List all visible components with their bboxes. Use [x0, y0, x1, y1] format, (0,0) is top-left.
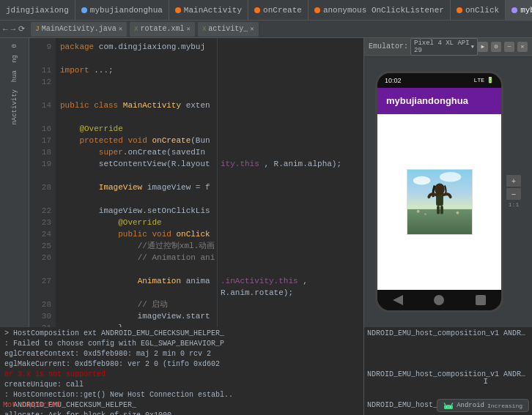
- sidebar-label-ng: ng: [10, 52, 20, 66]
- console-line: NDROID_EMU_host_composition_v1 ANDROID_E…: [367, 329, 529, 339]
- console-line: > HostComposition ext ANDROID_EMU_CHECKS…: [4, 329, 359, 339]
- not-supported-label: Mot supported: [3, 401, 60, 409]
- code-text: package com.dingjiaxiong.mybuj import ..…: [56, 38, 217, 327]
- file-tab-mainactivity[interactable]: J MainActivity.java ✕: [31, 22, 127, 37]
- console-line: eglCreateContext: 0xd5feb980: maj 2 min …: [4, 349, 359, 359]
- code-line: @Override: [60, 123, 213, 135]
- zoom-ratio-label: 1:1: [509, 201, 519, 208]
- code-line: imageView.setOnClickLis: [60, 205, 213, 217]
- back-button[interactable]: [393, 295, 403, 305]
- console-line: [367, 359, 529, 370]
- svg-point-9: [456, 211, 459, 214]
- tab-label: onCreate: [263, 6, 302, 15]
- minimize-icon[interactable]: ─: [504, 42, 514, 52]
- tab-oncreate[interactable]: onCreate: [248, 0, 309, 20]
- phone-status-bar: 10:02 LTE 🔋: [377, 73, 501, 88]
- file-tab-close-icon[interactable]: ✕: [119, 25, 122, 33]
- tab-label: mybujiandonghua: [90, 6, 163, 15]
- svg-point-1: [413, 176, 429, 184]
- code-line: [60, 263, 213, 275]
- svg-rect-6: [437, 205, 440, 214]
- forward-arrow-icon[interactable]: →: [11, 25, 16, 34]
- code-line: }: [60, 322, 213, 327]
- code-line: //通过控制xml.动画: [60, 240, 213, 252]
- emulator-toolbar: Emulator: Pixel 4 XL API 29 ▼ ▶ ⚙ ─ ✕: [364, 38, 532, 56]
- back-arrow-icon[interactable]: ←: [3, 25, 8, 34]
- file-tab-label: rotate.xml: [140, 25, 184, 33]
- zoom-in-button[interactable]: +: [506, 175, 521, 187]
- console-line-error: er 3.x is not supported: [4, 370, 359, 380]
- code-line: // Animation ani: [60, 252, 213, 263]
- signal-icon: LTE: [474, 77, 484, 83]
- file-tab-activity[interactable]: X activity_ ✕: [198, 22, 259, 37]
- code-line: [60, 76, 213, 88]
- code-line: // 启动: [60, 299, 213, 310]
- device-name-label: Pixel 4 XL API 29: [414, 40, 470, 54]
- zoom-controls: + − 1:1: [506, 175, 521, 208]
- code-lines-container: 9 11 12 14 16 17 18 19 28 22 23 24 25 26: [29, 38, 217, 327]
- emulator-device-selector[interactable]: Pixel 4 XL API 29 ▼: [410, 38, 478, 56]
- tab-label: MainActivity: [184, 6, 242, 15]
- recent-icon[interactable]: ⟳: [18, 24, 25, 34]
- tab-dot-icon: [254, 7, 260, 13]
- play-icon[interactable]: ▶: [478, 42, 488, 52]
- tab-mybujiandonghua-2[interactable]: mybujiandonghua ✕: [506, 0, 532, 20]
- phone-image-view[interactable]: [407, 169, 473, 235]
- tab-label: mybujiandonghua: [520, 6, 532, 15]
- tab-dot-icon: [175, 7, 181, 13]
- file-tab-label: MainActivity.java: [42, 25, 117, 33]
- code-line: @Override: [60, 217, 213, 228]
- close-icon[interactable]: ✕: [517, 42, 528, 52]
- console-line: [367, 339, 529, 349]
- svg-point-8: [416, 209, 419, 212]
- console-line: [367, 349, 529, 359]
- xml-icon: X: [202, 26, 206, 33]
- svg-point-16: [450, 406, 451, 407]
- tab-mainactivity[interactable]: MainActivity: [169, 0, 248, 20]
- svg-point-10: [424, 213, 426, 215]
- code-right-content: ity.this , R.anim.alpha); .inActivity.th…: [218, 38, 363, 302]
- svg-point-15: [446, 406, 447, 407]
- emulator-device-area: Emulator: Pixel 4 XL API 29 ▼: [369, 38, 478, 56]
- emulator-title-label: Emulator:: [369, 42, 408, 51]
- android-logo-icon: [443, 402, 454, 409]
- zoom-out-button[interactable]: −: [506, 188, 521, 200]
- svg-point-2: [440, 171, 461, 182]
- tab-dot-icon: [511, 7, 517, 13]
- phone-screen: mybujiandonghua: [377, 88, 501, 290]
- file-tab-close-icon[interactable]: ✕: [250, 25, 254, 33]
- recents-button[interactable]: [476, 295, 486, 305]
- code-right-panel: ity.this , R.anim.alpha); .inActivity.th…: [217, 38, 363, 327]
- file-tab-close-icon[interactable]: ✕: [187, 25, 191, 33]
- console-line: : HostConnection::get() New Host Connect…: [4, 390, 359, 400]
- svg-line-14: [451, 403, 453, 405]
- svg-point-5: [435, 183, 445, 195]
- svg-line-13: [445, 403, 446, 405]
- phone-container: 10:02 LTE 🔋 mybujiandonghua: [364, 56, 532, 327]
- chevron-down-icon: ▼: [471, 44, 474, 50]
- line-numbers: 9 11 12 14 16 17 18 19 28 22 23 24 25 26: [29, 38, 56, 327]
- code-line: imageView.start: [60, 310, 213, 322]
- emulator-toolbar-icons: ▶ ⚙ ─ ✕: [478, 42, 528, 52]
- file-tab-rotate[interactable]: X rotate.xml ✕: [130, 22, 195, 37]
- tab-jdingjiaxiong[interactable]: jdingjiaxiong: [0, 0, 75, 20]
- tab-label: anonymous OnClickListener: [323, 6, 444, 15]
- tab-dot-icon: [314, 7, 320, 13]
- android-notification[interactable]: Android Increasing: [437, 399, 529, 412]
- phone-time: 10:02: [385, 77, 402, 84]
- cursor-indicator: I: [483, 377, 488, 386]
- android-notification-label: Android: [457, 402, 484, 409]
- tab-anonymous-listener[interactable]: anonymous OnClickListener: [309, 0, 451, 20]
- console-line: allocate: Ask for block of size 0x1000: [4, 411, 359, 415]
- svg-rect-7: [440, 205, 443, 214]
- tab-label: onClick: [465, 6, 499, 15]
- code-line: [60, 170, 213, 182]
- tab-onclick[interactable]: onClick: [451, 0, 506, 20]
- main-area: 0 ng hua nActivity 9 11 12 14 16 17 18 1…: [0, 38, 532, 327]
- settings-icon[interactable]: ⚙: [491, 42, 501, 52]
- tab-mybujiandonghua-1[interactable]: mybujiandonghua: [75, 0, 169, 20]
- home-button[interactable]: [434, 295, 444, 305]
- console-line: eglMakeCurrent: 0xd5feb980: ver 2 0 (tin…: [4, 359, 359, 370]
- console-line: [367, 380, 529, 390]
- code-line: ImageView imageView = f: [60, 182, 213, 193]
